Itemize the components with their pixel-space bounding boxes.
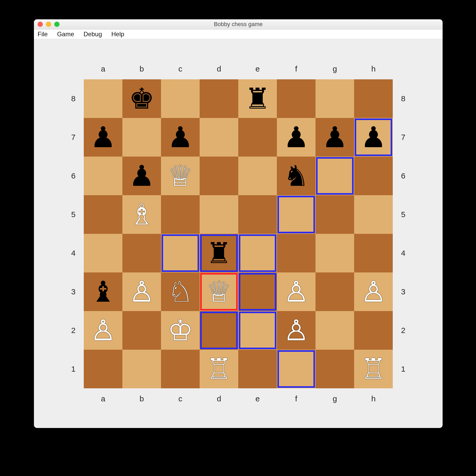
black-pawn-icon[interactable]: ♟ [283, 123, 309, 152]
white-pawn-icon[interactable]: ♙ [361, 277, 386, 306]
file-label-top-a: a [84, 58, 122, 79]
black-knight-icon[interactable]: ♞ [283, 162, 309, 190]
black-pawn-icon[interactable]: ♟ [90, 123, 116, 152]
square-f8[interactable] [277, 79, 316, 118]
white-bishop-icon[interactable]: ♗ [129, 200, 155, 229]
square-f6[interactable]: ♞ [277, 157, 316, 195]
titlebar: Bobby chess game [34, 19, 443, 29]
square-h2[interactable] [354, 311, 393, 350]
file-label-top-d: d [200, 58, 238, 79]
square-g2[interactable] [316, 311, 354, 350]
square-e8[interactable]: ♜ [238, 79, 277, 118]
square-e3[interactable] [238, 272, 277, 311]
square-c6[interactable]: ♕ [161, 157, 200, 195]
square-h1[interactable]: ♖ [354, 350, 393, 388]
white-pawn-icon[interactable]: ♙ [90, 316, 116, 345]
square-d4[interactable]: ♜ [200, 234, 238, 272]
menu-game[interactable]: Game [56, 30, 76, 38]
square-d5[interactable] [200, 195, 238, 234]
menu-help[interactable]: Help [110, 30, 126, 38]
square-b1[interactable] [122, 350, 161, 388]
square-g3[interactable] [316, 272, 354, 311]
white-knight-icon[interactable]: ♘ [168, 277, 193, 306]
square-b8[interactable]: ♚ [122, 79, 161, 118]
black-bishop-icon[interactable]: ♝ [90, 277, 116, 306]
square-a1[interactable] [84, 350, 122, 388]
file-label-top-f: f [277, 58, 316, 79]
white-rook-icon[interactable]: ♖ [361, 355, 386, 383]
square-d8[interactable] [200, 79, 238, 118]
square-f2[interactable]: ♙ [277, 311, 316, 350]
maximize-icon[interactable] [54, 22, 59, 27]
square-d1[interactable]: ♖ [200, 350, 238, 388]
square-d2[interactable] [200, 311, 238, 350]
square-h8[interactable] [354, 79, 393, 118]
square-a6[interactable] [84, 157, 122, 195]
square-c3[interactable]: ♘ [161, 272, 200, 311]
square-g1[interactable] [316, 350, 354, 388]
close-icon[interactable] [38, 22, 43, 27]
minimize-icon[interactable] [46, 22, 51, 27]
square-f4[interactable] [277, 234, 316, 272]
square-c4[interactable] [161, 234, 200, 272]
square-e1[interactable] [238, 350, 277, 388]
square-a2[interactable]: ♙ [84, 311, 122, 350]
file-label-bottom-f: f [277, 388, 316, 409]
square-g5[interactable] [316, 195, 354, 234]
square-b7[interactable] [122, 118, 161, 157]
square-b3[interactable]: ♙ [122, 272, 161, 311]
square-h4[interactable] [354, 234, 393, 272]
square-h5[interactable] [354, 195, 393, 234]
black-pawn-icon[interactable]: ♟ [168, 123, 193, 152]
square-c8[interactable] [161, 79, 200, 118]
square-e2[interactable] [238, 311, 277, 350]
square-c2[interactable]: ♔ [161, 311, 200, 350]
menu-file[interactable]: File [36, 30, 49, 38]
square-b2[interactable] [122, 311, 161, 350]
white-pawn-icon[interactable]: ♙ [129, 277, 155, 306]
white-pawn-icon[interactable]: ♙ [283, 316, 309, 345]
square-h7[interactable]: ♟ [354, 118, 393, 157]
white-rook-icon[interactable]: ♖ [206, 355, 232, 383]
black-rook-icon[interactable]: ♜ [206, 239, 232, 267]
square-g6[interactable] [316, 157, 354, 195]
black-pawn-icon[interactable]: ♟ [322, 123, 348, 152]
square-d7[interactable] [200, 118, 238, 157]
square-e5[interactable] [238, 195, 277, 234]
square-f5[interactable] [277, 195, 316, 234]
square-d6[interactable] [200, 157, 238, 195]
menu-debug[interactable]: Debug [82, 30, 104, 38]
square-e4[interactable] [238, 234, 277, 272]
square-h3[interactable]: ♙ [354, 272, 393, 311]
square-a3[interactable]: ♝ [84, 272, 122, 311]
black-pawn-icon[interactable]: ♟ [361, 123, 386, 152]
square-a8[interactable] [84, 79, 122, 118]
square-c7[interactable]: ♟ [161, 118, 200, 157]
white-queen-icon[interactable]: ♕ [206, 277, 232, 306]
white-pawn-icon[interactable]: ♙ [283, 277, 309, 306]
square-a4[interactable] [84, 234, 122, 272]
white-king-icon[interactable]: ♔ [168, 316, 193, 345]
square-h6[interactable] [354, 157, 393, 195]
square-f1[interactable] [277, 350, 316, 388]
square-f3[interactable]: ♙ [277, 272, 316, 311]
square-c1[interactable] [161, 350, 200, 388]
square-e6[interactable] [238, 157, 277, 195]
square-g7[interactable]: ♟ [316, 118, 354, 157]
black-king-icon[interactable]: ♚ [129, 84, 155, 113]
square-g4[interactable] [316, 234, 354, 272]
square-d3[interactable]: ♕ [200, 272, 238, 311]
black-pawn-icon[interactable]: ♟ [129, 162, 155, 190]
square-e7[interactable] [238, 118, 277, 157]
square-g8[interactable] [316, 79, 354, 118]
square-f7[interactable]: ♟ [277, 118, 316, 157]
file-label-bottom-a: a [84, 388, 122, 409]
square-a5[interactable] [84, 195, 122, 234]
square-b5[interactable]: ♗ [122, 195, 161, 234]
square-b6[interactable]: ♟ [122, 157, 161, 195]
square-c5[interactable] [161, 195, 200, 234]
square-a7[interactable]: ♟ [84, 118, 122, 157]
white-queen-icon[interactable]: ♕ [168, 162, 193, 190]
square-b4[interactable] [122, 234, 161, 272]
black-rook-icon[interactable]: ♜ [245, 84, 271, 113]
